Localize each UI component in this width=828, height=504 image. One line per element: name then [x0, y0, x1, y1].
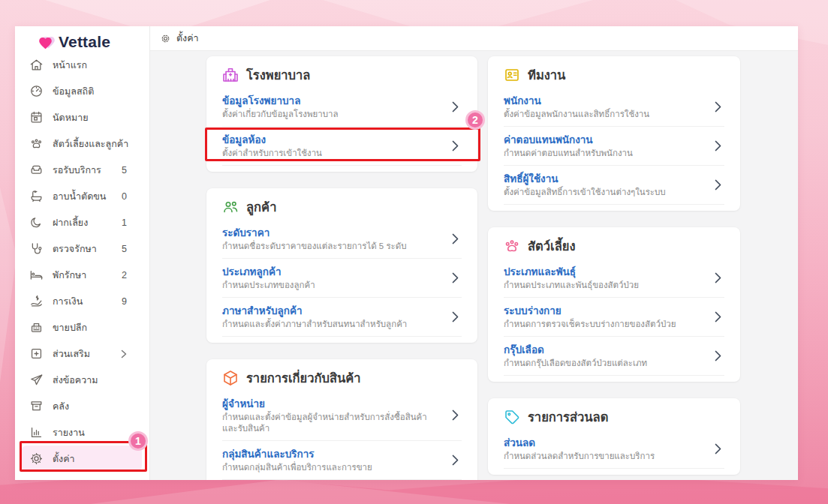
- sidebar-item-label: ขายปลีก: [53, 320, 87, 335]
- sidebar: Vettale หน้าแรก ข้อมูลสถิติ นัดหมาย สั: [15, 26, 150, 480]
- chevron-right-icon: [452, 454, 459, 466]
- sidebar-item-label: รอรับบริการ: [53, 163, 101, 178]
- settings-item-title: พนักงาน: [504, 94, 699, 108]
- settings-item-title: ผู้จำหน่าย: [222, 397, 436, 411]
- card-team-header: ทีมงาน: [488, 64, 740, 86]
- chevron-right-icon: [452, 311, 459, 322]
- settings-item-blood-group[interactable]: กรุ๊ปเลือด กำหนดกรุ๊ปเลือดของสัตว์ป่วยแต…: [504, 337, 724, 376]
- sidebar-item-count: 0: [122, 191, 127, 202]
- sidebar-item-label: อาบน้ำตัดขน: [53, 189, 106, 204]
- settings-item-desc: ตั้งค่าข้อมูลสิทธิ์การเข้าใช้งานต่างๆในร…: [504, 187, 699, 198]
- sidebar-item-label: ส่วนเสริม: [53, 346, 90, 362]
- bed-icon: [29, 268, 44, 283]
- inventory-box-icon: [29, 399, 44, 414]
- sidebar-item-count: 9: [122, 296, 127, 307]
- settings-item-title: ค่าตอบแทนพนักงาน: [504, 133, 699, 147]
- settings-item-discount[interactable]: ส่วนลด กำหนดส่วนลดสำหรับการขายและบริการ: [504, 430, 724, 469]
- sofa-icon: [29, 163, 44, 178]
- settings-item-desc: ตั้งค่าเกี่ยวกับข้อมูลโรงพยาบาล: [222, 109, 436, 120]
- sidebar-item-boarding[interactable]: ฝากเลี้ยง 1: [15, 209, 149, 236]
- sidebar-item-inpatient[interactable]: พักรักษา 2: [15, 262, 149, 288]
- sidebar-item-count: 2: [122, 270, 127, 280]
- sidebar-item-count: 1: [122, 218, 127, 228]
- chevron-right-icon: [121, 350, 127, 358]
- money-hand-icon: [29, 294, 44, 309]
- home-icon: [29, 58, 44, 73]
- sidebar-nav: หน้าแรก ข้อมูลสถิติ นัดหมาย สัตว์เลี้ยงแ…: [15, 52, 149, 472]
- card-hospital-title: โรงพยาบาล: [246, 65, 310, 85]
- sidebar-item-statistics[interactable]: ข้อมูลสถิติ: [15, 78, 149, 104]
- chevron-right-icon: [715, 101, 721, 112]
- sidebar-item-pets-customers[interactable]: สัตว์เลี้ยงและลูกค้า: [15, 130, 149, 157]
- sidebar-item-messages[interactable]: ส่งข้อความ: [15, 367, 149, 393]
- card-hospital-header: โรงพยาบาล: [206, 64, 477, 86]
- paper-plane-icon: [29, 373, 44, 388]
- app-window: Vettale หน้าแรก ข้อมูลสถิติ นัดหมาย สั: [15, 26, 798, 480]
- card-discount: รายการส่วนลด ส่วนลด กำหนดส่วนลดสำหรับการ…: [488, 398, 740, 475]
- sidebar-item-label: พักรักษา: [53, 268, 86, 283]
- settings-item-desc: ตั้งค่าข้อมูลพนักงานและสิทธิ์การใช้งาน: [504, 109, 699, 120]
- annotation-badge-step1: 1: [128, 431, 148, 451]
- sidebar-item-appointments[interactable]: นัดหมาย: [15, 104, 149, 130]
- chevron-right-icon: [715, 350, 721, 362]
- sidebar-item-settings[interactable]: ตั้งค่า: [21, 446, 142, 472]
- settings-item-desc: กำหนดกรุ๊ปเลือดของสัตว์ป่วยแต่ละเภท: [504, 358, 699, 369]
- sidebar-item-label: ส่งข้อความ: [53, 373, 98, 388]
- settings-item-customer-type[interactable]: ประเภทลูกค้า กำหนดประเภทของลูกค้า: [222, 259, 462, 298]
- cash-register-icon: [29, 320, 44, 335]
- settings-item-title: ระดับราคา: [222, 226, 436, 240]
- settings-item-supplier[interactable]: ผู้จำหน่าย กำหนดและตั้งค่าข้อมูลผู้จำหน่…: [222, 391, 462, 441]
- settings-item-product-group[interactable]: กลุ่มสินค้าและบริการ กำหนดกลุ่มสินค้าเพื…: [222, 441, 462, 480]
- moon-icon: [29, 215, 44, 230]
- settings-item-employee-compensation[interactable]: ค่าตอบแทนพนักงาน กำหนดค่าตอบแทนสำหรับพนั…: [504, 127, 724, 166]
- sidebar-item-count: 5: [122, 165, 127, 176]
- card-product-title: รายการเกี่ยวกับสินค้า: [246, 368, 361, 388]
- background-triangle: [0, 188, 17, 382]
- sidebar-item-examination[interactable]: ตรวจรักษา 5: [15, 236, 149, 262]
- settings-item-user-permission[interactable]: สิทธิ์ผู้ใช้งาน ตั้งค่าข้อมูลสิทธิ์การเข…: [504, 166, 724, 205]
- gear-icon: [29, 452, 44, 466]
- bathtub-icon: [29, 189, 44, 204]
- card-pet-title: สัตว์เลี้ยง: [528, 236, 576, 256]
- settings-item-body-system[interactable]: ระบบร่างกาย กำหนดการตรวจเช็คระบบร่างกายข…: [504, 298, 724, 337]
- settings-item-hospital-info[interactable]: ข้อมูลโรงพยาบาล ตั้งค่าเกี่ยวกับข้อมูลโร…: [222, 88, 462, 127]
- sidebar-item-inventory[interactable]: คลัง: [15, 393, 149, 419]
- sidebar-item-label: ฝากเลี้ยง: [53, 215, 88, 230]
- card-pet-header: สัตว์เลี้ยง: [488, 235, 740, 257]
- settings-item-title: กรุ๊ปเลือด: [504, 343, 699, 357]
- settings-item-desc: กำหนดส่วนลดสำหรับการขายและบริการ: [504, 451, 699, 462]
- settings-item-title: ข้อมูลโรงพยาบาล: [222, 94, 436, 108]
- plus-box-icon: [29, 346, 44, 362]
- sidebar-item-label: ตรวจรักษา: [53, 242, 97, 256]
- settings-item-desc: กำหนดประเภทของลูกค้า: [222, 280, 436, 291]
- sidebar-item-grooming[interactable]: อาบน้ำตัดขน 0: [15, 183, 149, 209]
- settings-item-room-info[interactable]: ข้อมูลห้อง ตั้งค่าสำหรับการเข้าใช้งาน: [222, 127, 462, 166]
- tag-icon: [503, 408, 521, 426]
- sidebar-item-label: ตั้งค่า: [53, 452, 75, 466]
- settings-item-title: ส่วนลด: [504, 436, 699, 450]
- settings-item-desc: กำหนดชื่อระดับราคาของแต่ละรายการได้ 5 ระ…: [222, 241, 436, 252]
- settings-item-customer-language[interactable]: ภาษาสำหรับลูกค้า กำหนดและตั้งค่าภาษาสำหร…: [222, 298, 462, 337]
- sidebar-item-label: คลัง: [53, 399, 69, 414]
- sidebar-item-retail[interactable]: ขายปลีก: [15, 314, 149, 340]
- card-hospital: โรงพยาบาล ข้อมูลโรงพยาบาล ตั้งค่าเกี่ยวก…: [206, 56, 477, 172]
- sidebar-item-label: การเงิน: [53, 294, 83, 309]
- card-discount-header: รายการส่วนลด: [488, 406, 740, 428]
- card-customer-title: ลูกค้า: [246, 197, 276, 217]
- vettale-logo: Vettale: [38, 33, 110, 51]
- chevron-right-icon: [715, 443, 721, 454]
- settings-item-pet-type-breed[interactable]: ประเภทและพันธุ์ กำหนดประเภทและพันธุ์ของส…: [504, 259, 724, 298]
- sidebar-item-finance[interactable]: การเงิน 9: [15, 288, 149, 314]
- paw-icon: [503, 237, 521, 255]
- chevron-right-icon: [452, 233, 459, 244]
- chevron-right-icon: [452, 410, 459, 421]
- settings-item-price-level[interactable]: ระดับราคา กำหนดชื่อระดับราคาของแต่ละรายก…: [222, 220, 462, 259]
- settings-item-desc: กำหนดและตั้งค่าข้อมูลผู้จำหน่ายสำหรับการ…: [222, 412, 436, 434]
- page-header: ตั้งค่า: [150, 26, 798, 51]
- sidebar-item-addons[interactable]: ส่วนเสริม: [15, 340, 149, 367]
- sidebar-item-home[interactable]: หน้าแรก: [15, 52, 149, 78]
- id-badge-icon: [503, 66, 521, 84]
- paw-icon: [29, 136, 44, 152]
- settings-item-employee[interactable]: พนักงาน ตั้งค่าข้อมูลพนักงานและสิทธิ์การ…: [504, 88, 724, 127]
- sidebar-item-waiting-service[interactable]: รอรับบริการ 5: [15, 157, 149, 183]
